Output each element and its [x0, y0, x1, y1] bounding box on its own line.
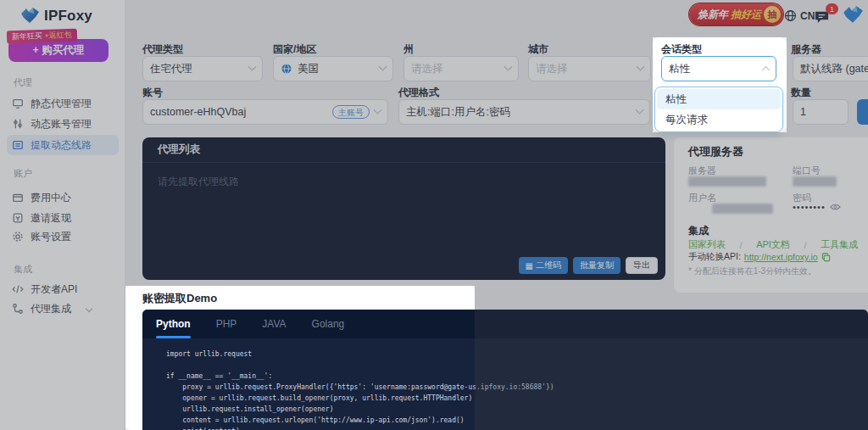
tool-integration-link[interactable]: 工具集成 — [821, 238, 858, 251]
city-label: 城市 — [528, 42, 548, 57]
qr-code-button[interactable]: ▦ 二维码 — [519, 257, 568, 274]
code-demo-panel: Python PHP JAVA Golang import urllib.req… — [142, 310, 868, 430]
sidebar: IPFoxy 新年狂买 +返红包 + 购买代理 代理 静态代理管理 动态账号管理… — [0, 0, 125, 430]
export-button[interactable]: 导出 — [626, 257, 658, 274]
tab-php[interactable]: PHP — [216, 310, 237, 338]
state-label: 州 — [403, 42, 414, 57]
sidebar-item-extract-lines[interactable]: 提取动态线路 — [7, 135, 119, 155]
ipfoxy-fox-icon — [20, 7, 41, 25]
lucky-draw-coin-icon: 抽 — [764, 6, 781, 23]
chevron-down-icon — [86, 305, 92, 312]
quantity-label: 数量 — [791, 86, 811, 100]
proxy-type-select[interactable]: 住宅代理 — [142, 56, 263, 81]
session-type-select[interactable]: 粘性 — [661, 56, 776, 81]
extract-button[interactable] — [857, 99, 868, 125]
copy-icon[interactable] — [821, 253, 831, 262]
section-label-proxy: 代理 — [14, 76, 32, 89]
api-docs-link[interactable]: API文档 — [756, 238, 790, 251]
money-icon — [12, 212, 24, 224]
country-list-link[interactable]: 国家列表 — [688, 238, 726, 251]
sidebar-item-label: 静态代理管理 — [31, 97, 92, 111]
sidebar-item-label: 动态账号管理 — [31, 117, 92, 131]
brand-name: IPFoxy — [44, 8, 92, 25]
main-account-badge: 主账号 — [332, 105, 370, 119]
chevron-down-icon — [374, 105, 382, 114]
sidebar-item-dynamic-account[interactable]: 动态账号管理 — [12, 114, 114, 134]
chevron-down-icon — [248, 62, 257, 70]
account-select[interactable]: customer-eHhQVbaj 主账号 — [142, 99, 388, 125]
sidebar-item-developer-api[interactable]: 开发者API — [12, 279, 114, 299]
api-code-icon — [12, 283, 24, 295]
chevron-down-icon — [504, 62, 513, 70]
proxy-list-panel: 代理列表 请先提取代理线路 ▦ 二维码 批量复制 导出 — [142, 137, 665, 280]
promo-ribbon: 新年狂买 +返红包 — [7, 29, 77, 44]
proxy-format-label: 代理格式 — [398, 86, 439, 100]
sidebar-item-settings[interactable]: 账号设置 — [12, 226, 114, 247]
quantity-input[interactable]: 1 — [793, 99, 849, 125]
settings-gear-icon — [12, 231, 24, 243]
code-sample: import urllib.request if __name__ == '__… — [166, 349, 554, 430]
tab-golang[interactable]: Golang — [312, 310, 345, 338]
avatar-fox-icon — [842, 4, 864, 26]
sidebar-item-label: 代理集成 — [31, 302, 71, 316]
sidebar-item-label: 提取动态线路 — [31, 138, 92, 153]
globe-icon — [784, 9, 797, 22]
sidebar-item-proxy-integration[interactable]: 代理集成 — [12, 299, 114, 319]
eye-icon[interactable] — [830, 203, 841, 211]
account-label: 账号 — [142, 86, 163, 100]
globe-icon — [281, 63, 292, 75]
code-tabbar: Python PHP JAVA Golang — [142, 310, 868, 338]
avatar[interactable] — [842, 4, 864, 26]
port-value-redacted — [793, 176, 837, 187]
server-field-label: 服务器 — [688, 165, 716, 177]
server-value-redacted — [688, 176, 766, 187]
proxy-format-select[interactable]: 主机:端口:用户名:密码 — [398, 99, 650, 125]
demo-title: 账密提取Demo — [142, 291, 217, 306]
qr-icon: ▦ — [526, 261, 533, 271]
language-label: CN — [800, 10, 815, 22]
tab-java[interactable]: JAVA — [262, 310, 286, 338]
batch-copy-button[interactable]: 批量复制 — [573, 257, 620, 274]
session-type-label: 会话类型 — [661, 42, 702, 57]
sidebar-item-static-proxy[interactable]: 静态代理管理 — [12, 93, 114, 114]
country-select[interactable]: 美国 — [273, 56, 393, 81]
integration-icon — [12, 303, 24, 315]
sidebar-item-billing[interactable]: 费用中心 — [12, 187, 114, 208]
brand-logo: IPFoxy — [20, 7, 92, 25]
extract-lines-icon — [12, 139, 24, 151]
section-label-account: 账户 — [14, 167, 32, 180]
port-field-label: 端口号 — [793, 165, 821, 177]
server-select[interactable]: 默认线路 (gate.ipfoxy.i — [793, 56, 868, 81]
language-switcher[interactable]: CN — [784, 9, 815, 22]
integration-title: 集成 — [688, 224, 709, 238]
sliders-icon — [12, 118, 24, 130]
proxy-server-title: 代理服务器 — [688, 144, 743, 159]
chevron-down-icon — [637, 62, 645, 70]
billing-card-icon — [12, 192, 24, 204]
state-select[interactable]: 请选择 — [403, 56, 519, 81]
rotate-api-link[interactable]: http://next.ipfoxy.io — [744, 252, 818, 262]
dropdown-option-per-request[interactable]: 每次请求 — [657, 109, 781, 130]
section-label-integration: 集成 — [14, 263, 32, 276]
notification-badge: 1 — [826, 3, 838, 14]
server-label: 服务器 — [791, 42, 821, 57]
app-window: IPFoxy 新年狂买 +返红包 + 购买代理 代理 静态代理管理 动态账号管理… — [0, 0, 868, 430]
effective-note: * 分配后连接将在1-3分钟内生效。 — [688, 265, 816, 277]
dropdown-option-sticky[interactable]: 粘性 — [657, 89, 781, 109]
username-field-label: 用户名 — [688, 192, 716, 204]
sidebar-item-label: 邀请返现 — [31, 211, 71, 226]
sidebar-item-label: 账号设置 — [31, 230, 71, 244]
chevron-down-icon — [636, 105, 644, 114]
tab-python[interactable]: Python — [156, 310, 191, 338]
password-dots: •••••••• — [793, 202, 826, 212]
proxy-server-panel: 代理服务器 服务器 端口号 用户名 密码 •••••••• 集成 国家列表 / … — [674, 137, 868, 293]
username-value-redacted — [712, 204, 773, 214]
sidebar-item-rebate[interactable]: 邀请返现 — [12, 208, 114, 228]
proxy-list-empty-text: 请先提取代理线路 — [158, 175, 239, 189]
city-select[interactable]: 请选择 — [528, 56, 651, 81]
sidebar-item-label: 费用中心 — [31, 191, 71, 205]
proxy-type-label: 代理类型 — [142, 42, 183, 57]
proxy-list-title: 代理列表 — [142, 137, 665, 163]
promo-banner[interactable]: 焕新年 抽好运 抽 — [689, 3, 783, 25]
chevron-up-icon — [762, 65, 771, 74]
